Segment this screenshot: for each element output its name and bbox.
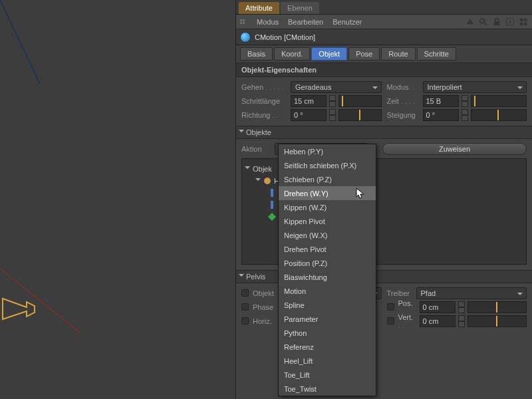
dropdown-item[interactable]: Kippen (W.Z) — [279, 200, 376, 214]
aktion-label: Aktion — [241, 145, 272, 153]
nav-up-icon[interactable] — [466, 17, 475, 27]
vert-input[interactable]: 0 cm — [420, 315, 456, 327]
schrittlaenge-input[interactable]: 15 cm — [291, 95, 327, 107]
dropdown-item[interactable]: Kippen Pivot — [279, 214, 376, 228]
assign-button[interactable]: Zuweisen — [382, 143, 527, 155]
horiz-label: Horiz. — [253, 317, 279, 325]
dropdown-item[interactable]: Neigen (W.X) — [279, 228, 376, 242]
svg-point-3 — [480, 18, 485, 23]
horiz-checkbox[interactable] — [241, 317, 249, 325]
richtung-slider[interactable] — [338, 109, 382, 121]
svg-line-0 — [0, 0, 40, 84]
richtung-label: Richtung . . — [241, 111, 288, 119]
bone-icon — [267, 188, 277, 198]
menu-edit[interactable]: Bearbeiten — [288, 18, 323, 26]
schrittlaenge-slider[interactable] — [338, 95, 382, 107]
richtung-input[interactable]: 0 ° — [291, 109, 327, 121]
zeit-label: Zeit . . . . — [387, 97, 420, 105]
dropdown-item[interactable]: Parameter — [279, 312, 376, 326]
dropdown-item[interactable]: Python — [279, 326, 376, 340]
vert-spinner[interactable] — [458, 315, 465, 327]
menubar-icons — [466, 17, 528, 27]
svg-rect-5 — [494, 21, 500, 25]
dropdown-item[interactable]: Drehen Pivot — [279, 242, 376, 256]
gehen-label: Gehen . . . . . — [241, 83, 288, 91]
subtab-pose[interactable]: Pose — [348, 47, 380, 61]
menu-user[interactable]: Benutzer — [332, 18, 362, 26]
steigung-input[interactable]: 0 ° — [423, 109, 459, 121]
svg-rect-11 — [524, 22, 527, 25]
steigung-label: Steigung — [387, 111, 420, 119]
svg-point-12 — [264, 178, 271, 184]
zeit-slider[interactable] — [471, 95, 527, 107]
grip-icon — [240, 19, 245, 24]
group-objekte[interactable]: Objekte — [236, 126, 532, 139]
subtab-koord[interactable]: Koord. — [274, 47, 310, 61]
svg-line-4 — [484, 22, 487, 25]
joint-icon — [263, 177, 271, 185]
svg-rect-8 — [520, 18, 523, 21]
dropdown-item[interactable]: Referenz — [279, 340, 376, 354]
svg-rect-10 — [520, 22, 523, 25]
dropdown-item[interactable]: Biaswichtung — [279, 270, 376, 284]
vert-label: Vert. . . — [398, 313, 417, 329]
schrittlaenge-label: Schrittlänge — [241, 97, 288, 105]
phase-label: Phase — [253, 303, 279, 311]
vert-slider[interactable] — [467, 315, 527, 327]
svg-rect-13 — [271, 189, 273, 197]
disclosure-icon — [239, 274, 244, 279]
svg-marker-15 — [268, 213, 276, 221]
vert-checkbox[interactable] — [387, 317, 394, 325]
subtab-objekt[interactable]: Objekt — [311, 47, 347, 61]
dropdown-item[interactable]: Position (P.Z) — [279, 256, 376, 270]
pelvis-objekt-label: Objekt — [253, 289, 279, 297]
tab-attribute[interactable]: Attribute — [239, 2, 279, 14]
viewport-3d[interactable] — [0, 0, 235, 399]
mouse-cursor-icon — [356, 188, 365, 201]
modus-label: Modus. . — [387, 83, 420, 91]
tab-layers[interactable]: Ebenen — [281, 2, 319, 14]
dropdown-item[interactable]: Motion — [279, 284, 376, 298]
pos-input[interactable]: 0 cm — [420, 301, 456, 313]
object-title-bar: CMotion [CMotion] — [236, 29, 532, 45]
svg-marker-2 — [3, 299, 35, 319]
dropdown-item[interactable]: Toe_Twist — [279, 382, 376, 396]
subtab-schritte[interactable]: Schritte — [417, 47, 456, 61]
zeit-spinner[interactable] — [462, 95, 468, 107]
pos-spinner[interactable] — [458, 301, 465, 313]
tree-expand-icon — [245, 166, 250, 172]
svg-rect-9 — [524, 18, 527, 21]
pos-checkbox[interactable] — [387, 303, 394, 311]
aktion-dropdown[interactable]: Heben (P.Y)Seitlich schieben (P.X)Schieb… — [278, 144, 376, 396]
subtab-route[interactable]: Route — [381, 47, 415, 61]
tree-expand-icon — [255, 178, 261, 184]
phase-checkbox[interactable] — [241, 303, 249, 311]
steigung-spinner[interactable] — [462, 109, 468, 121]
search-icon[interactable] — [479, 17, 488, 27]
gehen-combo[interactable]: Geradeaus — [291, 81, 382, 93]
bone-icon — [267, 200, 277, 209]
grid-icon[interactable] — [519, 17, 528, 27]
dropdown-item[interactable]: Spline — [279, 298, 376, 312]
zeit-input[interactable]: 15 B — [423, 95, 459, 107]
subtab-basis[interactable]: Basis — [240, 47, 273, 61]
lock-icon[interactable] — [492, 17, 501, 27]
disclosure-icon — [239, 130, 244, 135]
dropdown-item[interactable]: Toe_Lift — [279, 368, 376, 382]
dropdown-item[interactable]: Heel_Lift — [279, 354, 376, 368]
svg-line-1 — [0, 269, 80, 332]
dropdown-item[interactable]: Seitlich schieben (P.X) — [279, 158, 376, 172]
treiber-combo[interactable]: Pfad — [416, 287, 527, 299]
modus-combo[interactable]: Interpoliert — [423, 81, 527, 93]
new-window-icon[interactable] — [505, 17, 515, 27]
objekt-checkbox[interactable] — [241, 289, 249, 297]
schrittlaenge-spinner[interactable] — [329, 95, 336, 107]
richtung-spinner[interactable] — [329, 109, 336, 121]
menu-modus[interactable]: Modus — [257, 18, 279, 26]
effector-icon — [267, 212, 277, 221]
pos-slider[interactable] — [467, 301, 527, 313]
dropdown-item[interactable]: Heben (P.Y) — [279, 144, 376, 158]
steigung-slider[interactable] — [471, 109, 527, 121]
svg-rect-14 — [271, 201, 273, 209]
dropdown-item[interactable]: Schieben (P.Z) — [279, 172, 376, 186]
